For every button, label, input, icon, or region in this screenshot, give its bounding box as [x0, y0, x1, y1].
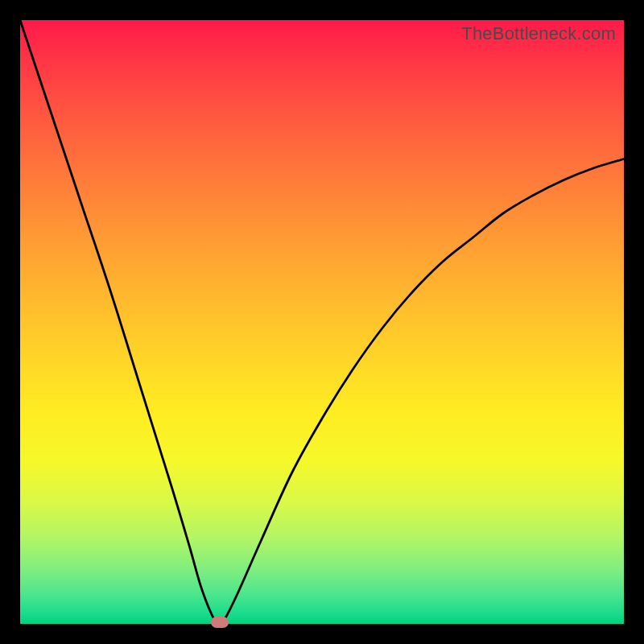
chart-frame: TheBottleneck.com [0, 0, 644, 644]
plot-area: TheBottleneck.com [20, 20, 624, 624]
bottleneck-curve [20, 20, 624, 624]
optimum-marker [211, 617, 229, 628]
